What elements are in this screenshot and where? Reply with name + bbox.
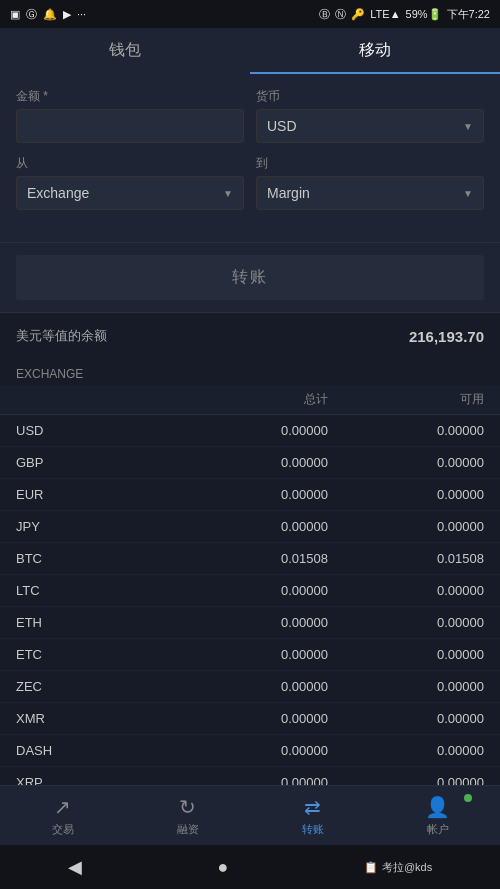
row-available: 0.00000 bbox=[328, 583, 484, 598]
table-row: ETH 0.00000 0.00000 bbox=[0, 607, 500, 639]
to-chevron-icon: ▼ bbox=[463, 188, 473, 199]
top-tab-bar: 钱包 移动 bbox=[0, 28, 500, 74]
row-total: 0.00000 bbox=[172, 679, 328, 694]
from-value: Exchange bbox=[27, 185, 89, 201]
account-icon: 👤 bbox=[425, 795, 450, 819]
from-select[interactable]: Exchange ▼ bbox=[16, 176, 244, 210]
row-currency: JPY bbox=[16, 519, 172, 534]
row-total: 0.00000 bbox=[172, 615, 328, 630]
row-currency: DASH bbox=[16, 743, 172, 758]
to-label: 到 bbox=[256, 155, 484, 172]
row-currency: GBP bbox=[16, 455, 172, 470]
play-icon: ▶ bbox=[63, 8, 71, 21]
row-available: 0.00000 bbox=[328, 743, 484, 758]
to-group: 到 Margin ▼ bbox=[256, 155, 484, 210]
signal-icon: LTE▲ bbox=[370, 8, 400, 20]
from-group: 从 Exchange ▼ bbox=[16, 155, 244, 210]
header-total: 总计 bbox=[172, 391, 328, 408]
app-icon-2: Ⓖ bbox=[26, 7, 37, 22]
row-available: 0.00000 bbox=[328, 519, 484, 534]
row-total: 0.00000 bbox=[172, 519, 328, 534]
status-right-icons: Ⓑ Ⓝ 🔑 LTE▲ 59%🔋 下午7:22 bbox=[319, 7, 490, 22]
balance-value: 216,193.70 bbox=[409, 328, 484, 345]
header-available: 可用 bbox=[328, 391, 484, 408]
tab-wallet[interactable]: 钱包 bbox=[0, 28, 250, 74]
to-select[interactable]: Margin ▼ bbox=[256, 176, 484, 210]
table-row: ETC 0.00000 0.00000 bbox=[0, 639, 500, 671]
battery-icon: 59%🔋 bbox=[406, 8, 442, 21]
online-indicator bbox=[464, 794, 472, 802]
back-button[interactable]: ◀ bbox=[68, 856, 82, 878]
dots: ··· bbox=[77, 8, 86, 20]
row-currency: LTC bbox=[16, 583, 172, 598]
row-currency: ETC bbox=[16, 647, 172, 662]
amount-input[interactable] bbox=[27, 118, 233, 134]
row-currency: USD bbox=[16, 423, 172, 438]
header-currency bbox=[16, 391, 172, 408]
row-available: 0.00000 bbox=[328, 711, 484, 726]
row-available: 0.00000 bbox=[328, 455, 484, 470]
exchange-section-label: EXCHANGE bbox=[0, 359, 500, 385]
nav-label-fund: 融资 bbox=[177, 822, 199, 837]
to-value: Margin bbox=[267, 185, 310, 201]
table-row: JPY 0.00000 0.00000 bbox=[0, 511, 500, 543]
nav-item-account[interactable]: 👤 帐户 bbox=[375, 786, 500, 845]
currency-group: 货币 USD ▼ bbox=[256, 88, 484, 143]
row-total: 0.00000 bbox=[172, 583, 328, 598]
currency-chevron-icon: ▼ bbox=[463, 121, 473, 132]
from-chevron-icon: ▼ bbox=[223, 188, 233, 199]
row-available: 0.00000 bbox=[328, 487, 484, 502]
row-total: 0.00000 bbox=[172, 743, 328, 758]
table-row: EUR 0.00000 0.00000 bbox=[0, 479, 500, 511]
table-row: USD 0.00000 0.00000 bbox=[0, 415, 500, 447]
currency-select[interactable]: USD ▼ bbox=[256, 109, 484, 143]
nav-label-trade: 交易 bbox=[52, 822, 74, 837]
tab-mobile[interactable]: 移动 bbox=[250, 28, 500, 74]
nav-item-trade[interactable]: ↗ 交易 bbox=[0, 786, 125, 845]
bottom-nav: ↗ 交易 ↻ 融资 ⇄ 转账 👤 帐户 bbox=[0, 785, 500, 845]
form-area: 金额 * 货币 USD ▼ 从 Exchange ▼ 到 Margin bbox=[0, 74, 500, 242]
nav-item-fund[interactable]: ↻ 融资 bbox=[125, 786, 250, 845]
nav-label-transfer: 转账 bbox=[302, 822, 324, 837]
nfc-icon: Ⓝ bbox=[335, 7, 346, 22]
status-left-icons: ▣ Ⓖ 🔔 ▶ ··· bbox=[10, 7, 86, 22]
row-total: 0.01508 bbox=[172, 551, 328, 566]
home-button[interactable]: ● bbox=[217, 857, 228, 878]
transfer-icon: ⇄ bbox=[304, 795, 321, 819]
row-available: 0.00000 bbox=[328, 647, 484, 662]
table-row: DASH 0.00000 0.00000 bbox=[0, 735, 500, 767]
status-bar: ▣ Ⓖ 🔔 ▶ ··· Ⓑ Ⓝ 🔑 LTE▲ 59%🔋 下午7:22 bbox=[0, 0, 500, 28]
row-total: 0.00000 bbox=[172, 711, 328, 726]
nav-item-transfer[interactable]: ⇄ 转账 bbox=[250, 786, 375, 845]
amount-input-wrap[interactable] bbox=[16, 109, 244, 143]
balance-label: 美元等值的余额 bbox=[16, 327, 107, 345]
table-row: ZEC 0.00000 0.00000 bbox=[0, 671, 500, 703]
row-total: 0.00000 bbox=[172, 455, 328, 470]
table-row: LTC 0.00000 0.00000 bbox=[0, 575, 500, 607]
bluetooth-icon: Ⓑ bbox=[319, 7, 330, 22]
system-nav: ◀ ● 📋 考拉@kds bbox=[0, 845, 500, 889]
transfer-button-wrap: 转账 bbox=[0, 242, 500, 312]
row-currency: BTC bbox=[16, 551, 172, 566]
row-total: 0.00000 bbox=[172, 487, 328, 502]
row-currency: ZEC bbox=[16, 679, 172, 694]
notification-icon: 🔔 bbox=[43, 8, 57, 21]
transfer-button[interactable]: 转账 bbox=[16, 255, 484, 300]
row-available: 0.00000 bbox=[328, 679, 484, 694]
table-row: BTC 0.01508 0.01508 bbox=[0, 543, 500, 575]
row-available: 0.00000 bbox=[328, 423, 484, 438]
form-row-2: 从 Exchange ▼ 到 Margin ▼ bbox=[16, 155, 484, 210]
amount-group: 金额 * bbox=[16, 88, 244, 143]
amount-label: 金额 * bbox=[16, 88, 244, 105]
balance-section: 美元等值的余额 216,193.70 bbox=[0, 312, 500, 359]
key-icon: 🔑 bbox=[351, 8, 365, 21]
row-available: 0.01508 bbox=[328, 551, 484, 566]
fund-icon: ↻ bbox=[179, 795, 196, 819]
currency-label: 货币 bbox=[256, 88, 484, 105]
table-row: XMR 0.00000 0.00000 bbox=[0, 703, 500, 735]
watermark: 📋 考拉@kds bbox=[364, 860, 432, 875]
row-available: 0.00000 bbox=[328, 615, 484, 630]
form-row-1: 金额 * 货币 USD ▼ bbox=[16, 88, 484, 143]
row-currency: EUR bbox=[16, 487, 172, 502]
time: 下午7:22 bbox=[447, 7, 490, 22]
